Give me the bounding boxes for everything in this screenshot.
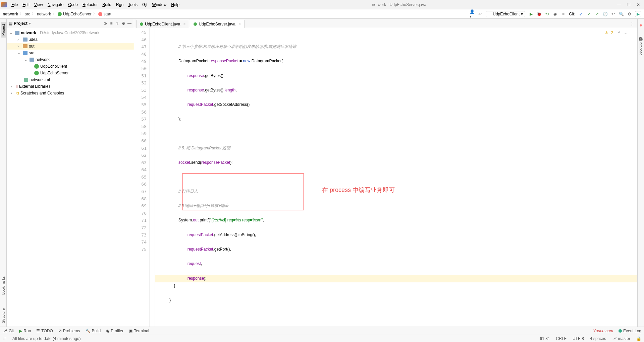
bottom-git[interactable]: ⎇ Git	[3, 329, 14, 333]
class-icon	[194, 22, 197, 26]
collapse-icon[interactable]: ⥮	[115, 21, 120, 26]
crumb-method[interactable]: start	[104, 12, 111, 16]
app-logo-icon	[1, 2, 7, 7]
tree-out[interactable]: ›out	[7, 43, 134, 50]
status-branch[interactable]: ⎇ master	[612, 336, 630, 341]
git-rollback-icon[interactable]: ↶	[611, 12, 615, 16]
run-config-selector[interactable]: UdpEchoClient ▾	[486, 11, 525, 17]
tab-project[interactable]: Project	[1, 22, 6, 38]
maximize-icon[interactable]: ❐	[627, 2, 631, 7]
hide-icon[interactable]: —	[127, 21, 132, 26]
tree-scratches[interactable]: ›⧉Scratches and Consoles	[7, 90, 134, 96]
back-arrow-icon[interactable]: ↩	[478, 12, 482, 16]
status-encoding[interactable]: UTF-8	[573, 336, 584, 341]
run-icon[interactable]: ▶	[529, 12, 533, 16]
breadcrumb: network〉 src〉 network〉 UdpEchoServer〉 st…	[3, 11, 111, 17]
project-panel-header: ▤ Project ▾ ⊙ ≡ ⥮ ⚙ —	[7, 19, 134, 28]
menu-edit[interactable]: Edit	[20, 2, 32, 8]
status-vcs-icon[interactable]: ☐	[3, 336, 6, 341]
annotation-text: 在 process 中编写业务即可	[322, 187, 395, 194]
menu-help[interactable]: Help	[169, 2, 181, 8]
gutter: 4546474849505152535455565758596061626364…	[134, 28, 150, 327]
right-tool-strip: ● 代码文件 Database	[637, 19, 644, 327]
bottom-profiler[interactable]: ◉ Profiler	[106, 329, 123, 333]
profile-icon[interactable]: ◉	[553, 12, 557, 16]
menu-file[interactable]: File	[9, 2, 20, 8]
tab-server[interactable]: UdpEchoServer.java×	[190, 20, 244, 28]
crumb-class[interactable]: UdpEchoServer	[63, 12, 92, 16]
bottom-problems[interactable]: ⊘ Problems	[58, 329, 80, 333]
menu-window[interactable]: Window	[150, 2, 168, 8]
bottom-run[interactable]: ▶ Run	[19, 329, 31, 333]
status-indent[interactable]: 4 spaces	[590, 336, 606, 341]
bottom-build[interactable]: 🔨 Build	[86, 329, 101, 333]
crumb-root[interactable]: network	[3, 12, 18, 16]
tree-iml[interactable]: network.iml	[7, 76, 134, 83]
warnings-badge[interactable]: ⚠ 2 ^ ⌄	[605, 29, 627, 37]
menu-run[interactable]: Run	[114, 2, 125, 8]
target-icon[interactable]: ⊙	[103, 21, 108, 26]
menu-build[interactable]: Build	[100, 2, 113, 8]
status-eol[interactable]: CRLF	[556, 336, 567, 341]
tab-structure[interactable]: Structure	[1, 308, 5, 323]
git-history-icon[interactable]: 🕘	[603, 12, 607, 16]
crumb-pkg[interactable]: network	[37, 12, 51, 16]
tree-client[interactable]: UdpEchoClient	[7, 63, 134, 70]
status-position[interactable]: 61:31	[540, 336, 550, 341]
close-tab-icon[interactable]: ×	[183, 22, 185, 26]
menu-navigate[interactable]: Navigate	[46, 2, 65, 8]
user-icon[interactable]: 👤▾	[470, 12, 474, 16]
menu-code[interactable]: Code	[66, 2, 80, 8]
menu-refactor[interactable]: Refactor	[80, 2, 100, 8]
tab-client[interactable]: UdpEchoClient.java×	[136, 20, 189, 28]
menu-git[interactable]: Git	[140, 2, 149, 8]
gear-icon[interactable]: ⚙	[121, 21, 126, 26]
tree-root[interactable]: ⌄network D:\study\JavaCode\2023\network	[7, 29, 134, 36]
watermark: Yuucn.com	[593, 329, 613, 333]
coverage-icon[interactable]: ⟲	[545, 12, 549, 16]
close-tab-icon[interactable]: ×	[238, 22, 241, 26]
minimize-icon[interactable]: —	[617, 2, 621, 7]
settings-icon[interactable]: ⚙	[627, 12, 632, 16]
project-tree: ⌄network D:\study\JavaCode\2023\network …	[7, 28, 134, 327]
navbar: network〉 src〉 network〉 UdpEchoServer〉 st…	[0, 9, 644, 19]
menubar: File Edit View Navigate Code Refactor Bu…	[9, 2, 181, 8]
bottom-event-log[interactable]: Event Log	[619, 329, 641, 333]
tree-ext-libs[interactable]: ›⫴External Libraries	[7, 83, 134, 90]
tab-database[interactable]: Database	[639, 40, 643, 56]
search-icon[interactable]: 🔍	[619, 12, 624, 16]
git-push-icon[interactable]: ↗	[595, 12, 599, 16]
bottom-toolbar: ⎇ Git ▶ Run ☰ TODO ⊘ Problems 🔨 Build ◉ …	[0, 327, 644, 335]
stop-icon[interactable]: ■	[561, 12, 566, 16]
crumb-src[interactable]: src	[25, 12, 30, 16]
menu-view[interactable]: View	[32, 2, 45, 8]
code-comment: // 第三个参数:构造响应对象->谁给咱们发来的请求,就把响应发给谁	[165, 44, 297, 49]
tab-bookmarks[interactable]: Bookmarks	[1, 276, 5, 295]
notifications-icon[interactable]: ●	[639, 22, 642, 28]
tab-options-icon[interactable]: ⋮	[627, 20, 637, 28]
close-icon[interactable]: ✕	[637, 2, 640, 7]
bottom-terminal[interactable]: ▣ Terminal	[129, 329, 149, 333]
debug-icon[interactable]: 🐞	[537, 12, 541, 16]
chevron-down-icon[interactable]: ▾	[29, 21, 31, 26]
project-label: Project	[14, 21, 28, 26]
editor-tabs: UdpEchoClient.java× UdpEchoServer.java× …	[134, 19, 637, 28]
tree-server[interactable]: UdpEchoServer	[7, 70, 134, 76]
code-area: 4546474849505152535455565758596061626364…	[134, 28, 637, 327]
tree-src[interactable]: ⌄src	[7, 50, 134, 56]
left-tool-strip: Project Bookmarks Structure	[0, 19, 7, 327]
run-anything-icon[interactable]: ▶	[635, 11, 641, 17]
menu-tools[interactable]: Tools	[126, 2, 140, 8]
tree-idea[interactable]: ›.idea	[7, 36, 134, 43]
git-label: Git:	[569, 12, 575, 16]
tree-pkg[interactable]: ⌄network	[7, 56, 134, 63]
root-name: network	[21, 30, 36, 35]
git-update-icon[interactable]: ↙	[579, 12, 583, 16]
status-lock-icon[interactable]: 🔒	[636, 336, 641, 341]
class-icon	[58, 12, 62, 16]
expand-icon[interactable]: ≡	[109, 21, 114, 26]
bottom-todo[interactable]: ☰ TODO	[36, 329, 53, 333]
git-commit-icon[interactable]: ✓	[587, 12, 591, 16]
editor-area: UdpEchoClient.java× UdpEchoServer.java× …	[134, 19, 637, 327]
code-editor[interactable]: ⚠ 2 ^ ⌄ // 第三个参数:构造响应对象->谁给咱们发来的请求,就把响应发…	[155, 28, 637, 327]
